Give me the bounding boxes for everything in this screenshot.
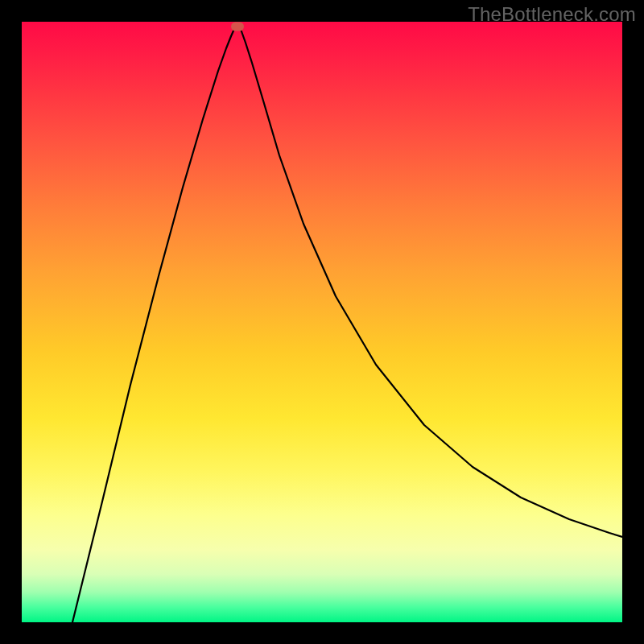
chart-frame: TheBottleneck.com bbox=[0, 0, 644, 644]
curve-svg bbox=[22, 22, 622, 622]
min-marker bbox=[231, 23, 244, 31]
curve-path bbox=[72, 25, 622, 622]
watermark-text: TheBottleneck.com bbox=[468, 3, 636, 26]
plot-area bbox=[22, 22, 622, 622]
